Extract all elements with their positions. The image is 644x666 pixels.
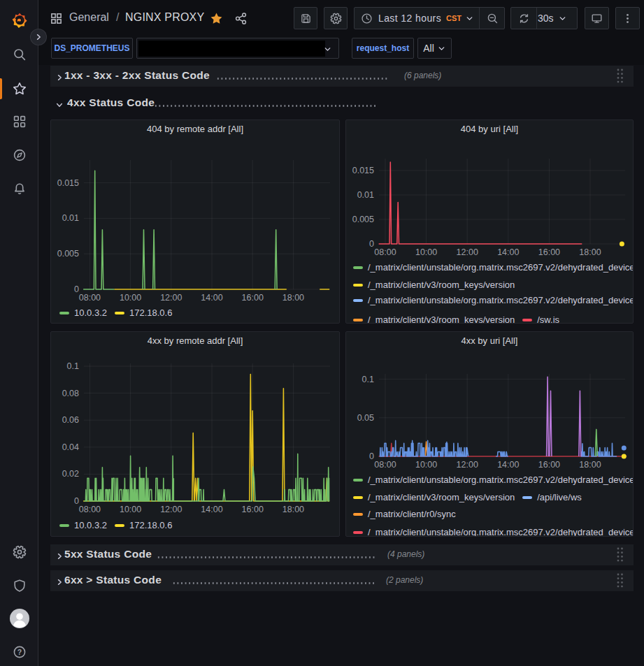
svg-text:0.015: 0.015 (57, 178, 79, 188)
svg-text:10:00: 10:00 (415, 460, 437, 470)
svg-text:0.06: 0.06 (62, 415, 79, 425)
svg-text:12:00: 12:00 (160, 293, 182, 303)
svg-text:10:00: 10:00 (120, 293, 141, 303)
svg-text:14:00: 14:00 (201, 293, 222, 303)
svg-text:08:00: 08:00 (79, 505, 101, 514)
svg-text:0.05: 0.05 (357, 413, 374, 423)
svg-text:0: 0 (369, 451, 374, 461)
svg-text:16:00: 16:00 (242, 293, 264, 303)
svg-text:18:00: 18:00 (579, 247, 601, 257)
svg-text:08:00: 08:00 (374, 460, 396, 470)
svg-text:14:00: 14:00 (201, 505, 222, 514)
svg-text:0.005: 0.005 (57, 249, 79, 259)
svg-text:0.005: 0.005 (352, 215, 374, 224)
svg-text:0.01: 0.01 (62, 213, 79, 223)
svg-text:12:00: 12:00 (457, 460, 478, 470)
svg-text:18:00: 18:00 (282, 293, 304, 303)
svg-text:08:00: 08:00 (79, 293, 101, 303)
svg-text:0.04: 0.04 (62, 442, 79, 452)
svg-text:0: 0 (369, 239, 374, 249)
svg-text:16:00: 16:00 (538, 247, 560, 257)
svg-text:0.08: 0.08 (62, 389, 79, 398)
svg-text:18:00: 18:00 (579, 460, 601, 470)
svg-text:16:00: 16:00 (242, 505, 264, 514)
svg-text:10:00: 10:00 (120, 505, 141, 514)
svg-text:08:00: 08:00 (374, 247, 396, 257)
svg-text:0.01: 0.01 (357, 190, 374, 200)
svg-text:14:00: 14:00 (497, 460, 519, 470)
svg-text:16:00: 16:00 (538, 460, 560, 470)
svg-text:12:00: 12:00 (457, 247, 478, 257)
svg-text:0.02: 0.02 (62, 469, 79, 479)
svg-text:12:00: 12:00 (160, 505, 182, 514)
svg-text:0.1: 0.1 (362, 375, 374, 384)
svg-text:0.015: 0.015 (352, 166, 374, 175)
svg-text:10:00: 10:00 (415, 247, 437, 257)
svg-text:14:00: 14:00 (497, 247, 519, 257)
svg-text:18:00: 18:00 (282, 505, 304, 514)
svg-text:?: ? (17, 648, 21, 656)
svg-text:0.1: 0.1 (67, 361, 79, 371)
